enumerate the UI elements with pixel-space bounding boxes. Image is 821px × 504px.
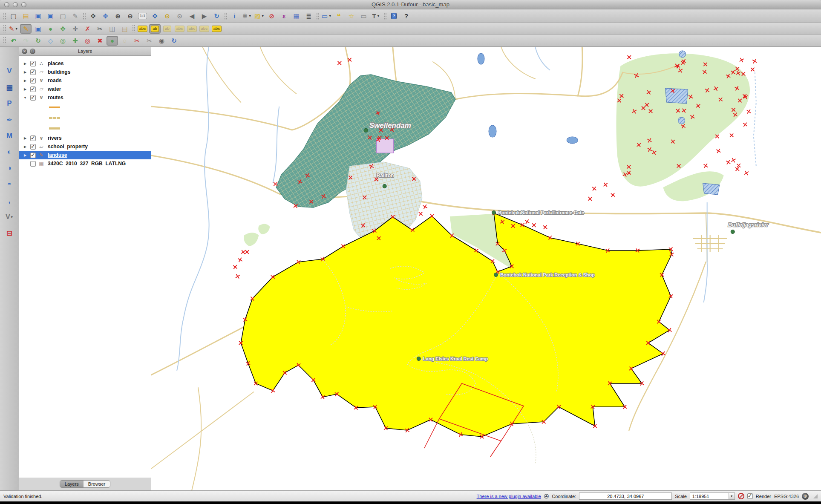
add-part-icon[interactable]: ✚ — [69, 36, 81, 46]
expander-icon[interactable]: ▶ — [23, 62, 28, 66]
stop-render-icon[interactable] — [738, 493, 744, 499]
zoom-to-layer-icon[interactable]: ⊙ — [174, 11, 185, 21]
render-checkbox[interactable] — [747, 493, 753, 499]
resize-grip[interactable] — [813, 494, 818, 498]
expander-icon[interactable]: ▼ — [23, 96, 28, 100]
add-ring-icon[interactable]: ◎ — [57, 36, 69, 46]
save-project-icon[interactable]: ▣ — [32, 11, 44, 21]
measure-icon[interactable]: ▭▼ — [321, 11, 332, 21]
layer-visibility-checkbox[interactable] — [30, 135, 36, 141]
add-wfs-layer-icon[interactable]: ◓ — [3, 178, 16, 191]
paste-features-icon[interactable]: ▤ — [119, 24, 130, 34]
layer-row-routes[interactable]: ▼∨routes — [19, 93, 151, 102]
coordinate-input[interactable] — [579, 492, 672, 500]
toolbar-handle[interactable] — [3, 37, 6, 44]
landuse-polygon[interactable] — [241, 213, 671, 437]
undo-icon[interactable]: ↶ — [8, 36, 19, 46]
toolbar-handle[interactable] — [83, 12, 86, 20]
new-project-icon[interactable]: ▢ — [8, 11, 19, 21]
expander-icon[interactable]: ▶ — [23, 145, 28, 149]
expander-icon[interactable]: ▶ — [23, 87, 28, 91]
layer-visibility-checkbox[interactable] — [30, 144, 36, 150]
labeling-icon[interactable]: abc — [137, 24, 148, 34]
add-spatialite-layer-icon[interactable]: ✒ — [3, 113, 16, 126]
layer-row-water[interactable]: ▶▱water — [19, 85, 151, 93]
expander-icon[interactable]: ▶ — [23, 136, 28, 140]
open-attribute-table-icon[interactable]: ▦ — [291, 11, 302, 21]
zoom-native-icon[interactable]: 1:1 — [137, 11, 148, 21]
select-features-icon[interactable]: ▨▼ — [254, 11, 265, 21]
text-annotation-icon[interactable]: T▼ — [370, 11, 382, 21]
scale-combo[interactable]: 1:19951 ▼ — [690, 492, 735, 500]
add-mssql-layer-icon[interactable]: M — [3, 130, 16, 142]
move-feature-icon[interactable]: ✥ — [57, 24, 69, 34]
symbology-row-dashed-tan[interactable] — [19, 112, 151, 123]
zoom-in-icon[interactable]: ⊕ — [112, 11, 124, 21]
layer-visibility-checkbox[interactable] — [30, 95, 36, 101]
zoom-out-icon[interactable]: ⊖ — [124, 11, 136, 21]
delete-ring-icon[interactable]: ◎ — [82, 36, 93, 46]
save-layer-edits-icon[interactable]: ▣ — [32, 24, 44, 34]
layer-visibility-checkbox[interactable] — [30, 161, 36, 167]
map-tips-icon[interactable]: ❝ — [333, 11, 345, 21]
rotate-point-symbols-icon[interactable]: ↻ — [168, 36, 180, 46]
run-feature-action-icon[interactable]: ✱▼ — [241, 11, 253, 21]
split-features-icon[interactable]: ✂ — [131, 36, 143, 46]
toolbar-handle[interactable] — [3, 25, 6, 32]
help-contents-icon[interactable]: ? — [388, 11, 400, 21]
delete-part-icon[interactable]: ✖ — [94, 36, 106, 46]
expander-icon[interactable]: ▶ — [23, 153, 28, 157]
refresh-map-icon[interactable]: ↻ — [211, 11, 222, 21]
cut-features-icon[interactable]: ✂ — [94, 24, 106, 34]
toolbar-handle[interactable] — [316, 12, 319, 20]
layer-visibility-checkbox[interactable] — [30, 61, 36, 66]
title-bar[interactable]: QGIS 2.0.1-Dufour - basic_map — [0, 0, 821, 9]
offset-curve-icon[interactable]: ◌ — [119, 36, 130, 46]
toolbar-handle[interactable] — [132, 25, 135, 32]
pin-labels-icon[interactable]: ab — [149, 24, 161, 34]
pan-to-selection-icon[interactable]: ✥ — [100, 11, 111, 21]
composer-manager-icon[interactable]: ✎ — [69, 11, 81, 21]
select-by-expression-icon[interactable]: ε — [278, 11, 290, 21]
whats-this-icon[interactable]: ? — [400, 11, 412, 21]
symbology-row-solid-tan[interactable] — [19, 123, 151, 134]
add-wcs-layer-icon[interactable]: ◑ — [3, 162, 16, 175]
layer-visibility-checkbox[interactable] — [30, 78, 36, 84]
node-tool-icon[interactable]: ✛ — [69, 24, 81, 34]
symbology-row-solid-orange[interactable] — [19, 102, 151, 112]
split-parts-icon[interactable]: ✂ — [144, 36, 155, 46]
plugin-link[interactable]: There is a new plugin available — [477, 494, 541, 499]
chevron-down-icon[interactable]: ▼ — [729, 493, 735, 499]
add-delimited-text-layer-icon[interactable]: , — [3, 194, 16, 207]
layer-row-places[interactable]: ▶∴places — [19, 59, 151, 68]
toolbar-handle[interactable] — [224, 12, 227, 20]
copy-features-icon[interactable]: ◫ — [107, 24, 118, 34]
reshape-features-icon[interactable]: ● — [107, 36, 118, 46]
plugin-icon[interactable]: ✇ — [544, 493, 549, 500]
crs-status-icon[interactable]: ⊕ — [802, 493, 809, 500]
zoom-last-icon[interactable]: ◀ — [186, 11, 198, 21]
add-feature-icon[interactable]: ● — [45, 24, 56, 34]
current-edits-icon[interactable]: ✎▼ — [8, 24, 19, 34]
add-postgis-layer-icon[interactable]: P — [3, 97, 16, 110]
pan-map-icon[interactable]: ✥ — [87, 11, 99, 21]
deselect-features-icon[interactable]: ⊘ — [266, 11, 277, 21]
add-wms-layer-icon[interactable]: ◐ — [3, 146, 16, 158]
show-bookmarks-icon[interactable]: ▭ — [358, 11, 369, 21]
layer-row-school_property[interactable]: ▶▱school_property — [19, 142, 151, 151]
layer-row-landuse[interactable]: ▶✎landuse — [19, 151, 151, 159]
change-label-icon[interactable]: abc — [211, 24, 222, 34]
add-raster-layer-icon[interactable]: ▦ — [3, 81, 16, 94]
layer-row-buildings[interactable]: ▶▱buildings — [19, 68, 151, 76]
layer-row-rivers[interactable]: ▶∨rivers — [19, 134, 151, 142]
open-project-icon[interactable]: ▤ — [20, 11, 32, 21]
zoom-next-icon[interactable]: ▶ — [199, 11, 210, 21]
layer-row-roads[interactable]: ▶∨roads — [19, 76, 151, 85]
add-vector-layer-icon[interactable]: V — [3, 65, 16, 78]
toolbar-handle[interactable] — [383, 12, 386, 20]
tab-layers[interactable]: Layers — [60, 481, 84, 487]
merge-features-icon[interactable]: ◉ — [156, 36, 167, 46]
toolbar-handle[interactable] — [3, 12, 6, 20]
expander-icon[interactable]: ▶ — [23, 79, 28, 83]
zoom-to-selection-icon[interactable]: ⊙ — [161, 11, 173, 21]
